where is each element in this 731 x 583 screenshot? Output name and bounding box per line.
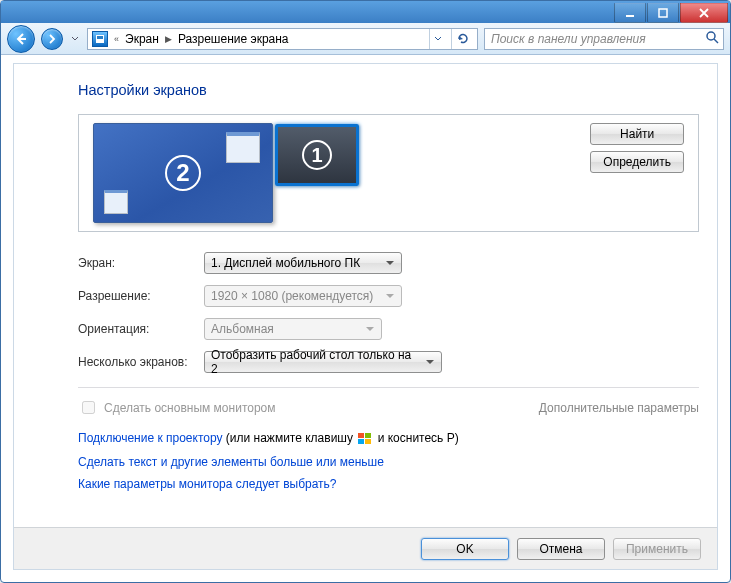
dropdown-value: Отобразить рабочий стол только на 2	[211, 348, 419, 376]
which-monitor-link[interactable]: Какие параметры монитора следует выбрать…	[78, 477, 337, 491]
titlebar	[1, 1, 730, 23]
advanced-settings-link[interactable]: Дополнительные параметры	[539, 401, 699, 415]
detect-button[interactable]: Определить	[590, 151, 684, 173]
refresh-button[interactable]	[451, 29, 473, 49]
ok-button[interactable]: OK	[421, 538, 509, 560]
display-2[interactable]: 2	[93, 123, 273, 223]
screen-label: Экран:	[78, 256, 204, 270]
breadcrumb-item[interactable]: Разрешение экрана	[178, 32, 289, 46]
svg-rect-7	[358, 439, 364, 444]
maximize-icon	[658, 8, 668, 18]
svg-rect-5	[358, 433, 364, 438]
display-number: 1	[302, 140, 332, 170]
back-button[interactable]	[7, 25, 35, 53]
dropdown-value: 1920 × 1080 (рекомендуется)	[211, 289, 373, 303]
history-dropdown[interactable]	[69, 28, 81, 50]
svg-rect-0	[626, 15, 634, 17]
search-input[interactable]	[489, 31, 705, 47]
find-button[interactable]: Найти	[590, 123, 684, 145]
address-dropdown[interactable]	[429, 29, 445, 49]
apply-button: Применить	[613, 538, 701, 560]
make-primary-label: Сделать основным монитором	[104, 401, 276, 415]
projector-line: Подключение к проектору (или нажмите кла…	[78, 431, 699, 445]
display-number: 2	[165, 155, 201, 191]
refresh-icon	[456, 32, 470, 46]
display-1[interactable]: 1	[275, 124, 359, 186]
multi-display-label: Несколько экранов:	[78, 355, 204, 369]
make-primary-checkbox	[82, 401, 95, 414]
svg-rect-8	[365, 439, 371, 444]
dropdown-value: Альбомная	[211, 322, 274, 336]
displays-preview-frame: 2 1 Найти Определить	[78, 114, 699, 232]
breadcrumb-item[interactable]: Экран	[125, 32, 159, 46]
resolution-label: Разрешение:	[78, 289, 204, 303]
close-button[interactable]	[680, 3, 728, 23]
arrow-right-icon	[47, 34, 57, 44]
minimize-button[interactable]	[614, 3, 646, 23]
svg-rect-6	[365, 433, 371, 438]
screen-dropdown[interactable]: 1. Дисплей мобильного ПК	[204, 252, 402, 274]
breadcrumb-separator: «	[114, 34, 119, 44]
projector-link[interactable]: Подключение к проектору	[78, 431, 223, 445]
address-bar[interactable]: « Экран ▶ Разрешение экрана	[87, 28, 478, 50]
cancel-button[interactable]: Отмена	[517, 538, 605, 560]
forward-button[interactable]	[41, 28, 63, 50]
resolution-dropdown: 1920 × 1080 (рекомендуется)	[204, 285, 402, 307]
separator	[78, 387, 699, 388]
windows-key-icon	[358, 433, 372, 445]
search-icon	[705, 30, 719, 47]
navigation-bar: « Экран ▶ Разрешение экрана	[1, 23, 730, 55]
displays-canvas[interactable]: 2 1	[93, 123, 590, 223]
multi-display-dropdown[interactable]: Отобразить рабочий стол только на 2	[204, 351, 442, 373]
page-title: Настройки экранов	[78, 82, 699, 98]
projector-hint-text: (или нажмите клавишу	[223, 431, 357, 445]
svg-rect-3	[97, 36, 103, 39]
arrow-left-icon	[14, 32, 28, 46]
projector-hint-text-2: и коснитесь P)	[374, 431, 458, 445]
content-panel: Настройки экранов 2 1 Найти Определить Э…	[13, 63, 718, 570]
minimize-icon	[625, 8, 635, 18]
dropdown-value: 1. Дисплей мобильного ПК	[211, 256, 360, 270]
close-icon	[699, 8, 709, 18]
svg-point-4	[707, 32, 715, 40]
text-size-link[interactable]: Сделать текст и другие элементы больше и…	[78, 455, 384, 469]
chevron-down-icon	[434, 35, 442, 43]
breadcrumb-chevron-icon: ▶	[165, 34, 172, 44]
window-frame: « Экран ▶ Разрешение экрана Настройки эк…	[0, 0, 731, 583]
dialog-footer: OK Отмена Применить	[14, 527, 717, 569]
chevron-down-icon	[71, 35, 79, 43]
svg-rect-1	[659, 9, 667, 17]
display-action-buttons: Найти Определить	[590, 123, 684, 173]
control-panel-icon	[92, 31, 108, 47]
search-box[interactable]	[484, 28, 724, 50]
orientation-label: Ориентация:	[78, 322, 204, 336]
maximize-button[interactable]	[647, 3, 679, 23]
orientation-dropdown: Альбомная	[204, 318, 382, 340]
